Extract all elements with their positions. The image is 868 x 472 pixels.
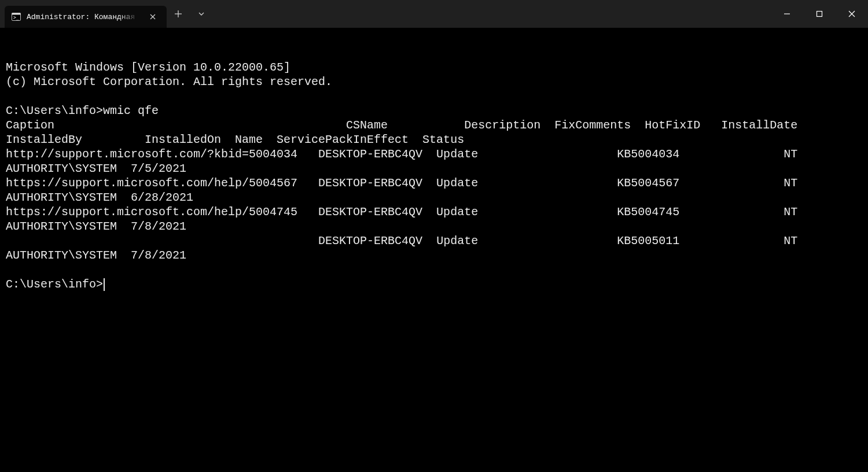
svg-text:>_: >_ [13, 15, 19, 20]
output-header: Caption CSName Description FixComments H… [6, 119, 811, 146]
maximize-button[interactable] [803, 0, 836, 28]
titlebar[interactable]: >_ Administrator: Командная строка [0, 0, 868, 28]
tab-active[interactable]: >_ Administrator: Командная строка [5, 6, 167, 28]
tab-dropdown-button[interactable] [190, 0, 213, 28]
maximize-icon [816, 10, 823, 17]
titlebar-drag-area[interactable] [213, 0, 771, 28]
prompt: C:\Users\info> [6, 278, 103, 291]
close-icon [150, 14, 156, 20]
tabstrip: >_ Administrator: Командная строка [0, 0, 167, 28]
new-tab-button[interactable] [167, 0, 190, 28]
banner-line: (c) Microsoft Corporation. All rights re… [6, 75, 332, 89]
text-cursor [104, 278, 105, 291]
command-text: wmic qfe [103, 104, 159, 117]
minimize-button[interactable] [771, 0, 803, 28]
window: >_ Administrator: Командная строка [0, 0, 868, 472]
cmd-icon: >_ [12, 12, 21, 21]
output-row: https://support.microsoft.com/help/50045… [6, 176, 804, 204]
output-row: DESKTOP-ERBC4QV Update KB5005011 NT AUTH… [6, 234, 804, 262]
minimize-icon [784, 10, 790, 17]
banner-line: Microsoft Windows [Version 10.0.22000.65… [6, 61, 290, 74]
close-button[interactable] [836, 0, 868, 28]
chevron-down-icon [198, 10, 205, 17]
window-controls [771, 0, 868, 28]
terminal-output: Microsoft Windows [Version 10.0.22000.65… [6, 60, 862, 292]
plus-icon [175, 10, 182, 17]
tab-close-button[interactable] [147, 11, 159, 23]
close-icon [848, 10, 855, 17]
output-row: https://support.microsoft.com/help/50047… [6, 205, 804, 233]
prompt: C:\Users\info> [6, 104, 103, 117]
terminal-area[interactable]: Microsoft Windows [Version 10.0.22000.65… [0, 28, 868, 472]
tab-title: Administrator: Командная строка [27, 13, 141, 21]
output-row: http://support.microsoft.com/?kbid=50040… [6, 148, 804, 175]
svg-rect-8 [817, 12, 822, 17]
